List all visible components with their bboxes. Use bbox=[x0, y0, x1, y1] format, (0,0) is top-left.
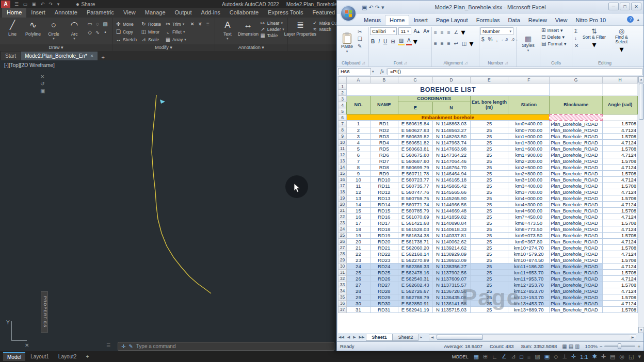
next-sheet-icon[interactable]: ▶ bbox=[351, 335, 357, 339]
cell[interactable]: km3+100.00 bbox=[508, 176, 550, 183]
row-header-18[interactable]: 18 bbox=[339, 189, 347, 195]
cell[interactable]: Plan_Borehole_ROAD bbox=[550, 306, 603, 312]
row-header-22[interactable]: 22 bbox=[339, 213, 347, 220]
cell[interactable]: km9+367.80 bbox=[508, 238, 550, 244]
hatch-icon[interactable]: ▨ bbox=[102, 21, 109, 28]
currency-icon[interactable]: $ bbox=[480, 37, 486, 43]
cell[interactable]: km2+800.00 bbox=[508, 170, 550, 176]
selection-cycling-icon[interactable]: ▣ bbox=[544, 353, 550, 360]
bold-icon[interactable]: B bbox=[370, 39, 376, 45]
cell[interactable]: 25 bbox=[470, 207, 508, 213]
excel-tab-menus[interactable]: Menus bbox=[360, 15, 385, 25]
cell[interactable]: 25 bbox=[470, 269, 508, 275]
cell[interactable]: 15 bbox=[346, 207, 370, 213]
cell[interactable]: 1.5708 bbox=[603, 121, 638, 127]
cell[interactable]: E 560699.79 bbox=[398, 164, 432, 170]
row-header-14[interactable]: 14 bbox=[339, 164, 347, 170]
row-header-28[interactable]: 28 bbox=[339, 251, 347, 257]
cell[interactable]: 4.7124 bbox=[603, 275, 638, 282]
cell[interactable]: Plan_Borehole_ROAD bbox=[550, 257, 603, 263]
cell[interactable]: 25 bbox=[470, 213, 508, 220]
command-customize-icon[interactable]: ✛ bbox=[121, 343, 125, 349]
isodraft-icon[interactable]: ⊿ bbox=[511, 353, 516, 360]
row-header-24[interactable]: 24 bbox=[339, 226, 347, 232]
header-blockname[interactable]: Blockname bbox=[550, 96, 603, 114]
cell[interactable]: 4.7124 bbox=[603, 238, 638, 244]
cell[interactable]: 25 bbox=[470, 127, 508, 133]
row-header-6[interactable]: 6 bbox=[339, 114, 347, 121]
cell[interactable]: km3+700.00 bbox=[508, 189, 550, 195]
rectangle-icon[interactable]: ▭ bbox=[86, 21, 93, 28]
cell[interactable]: 21 bbox=[346, 244, 370, 251]
cell[interactable]: N 1140898.84 bbox=[432, 220, 470, 226]
ribbon-tab-manage[interactable]: Manage bbox=[140, 8, 170, 18]
cell[interactable]: 25 bbox=[470, 306, 508, 312]
cell[interactable]: 25 bbox=[470, 244, 508, 251]
header-station[interactable]: Station bbox=[508, 96, 550, 114]
cell[interactable]: Plan_Borehole_ROAD bbox=[550, 152, 603, 158]
header-no[interactable]: NO. bbox=[346, 96, 370, 114]
row-header-37[interactable]: 37 bbox=[339, 306, 347, 312]
cell[interactable]: E 561070.69 bbox=[398, 213, 432, 220]
tool-line-button[interactable]: ╱Line bbox=[3, 19, 22, 41]
cell[interactable]: N 1146764.70 bbox=[432, 164, 470, 170]
cell[interactable]: 4.7124 bbox=[603, 288, 638, 294]
share-button[interactable]: ☻ Share bbox=[75, 2, 95, 7]
find-select-button[interactable]: ◎ Find & Select ▾ bbox=[608, 27, 634, 60]
cell[interactable]: 4 bbox=[346, 139, 370, 145]
row-header-26[interactable]: 26 bbox=[339, 238, 347, 244]
layout-tab-[interactable]: + bbox=[82, 353, 93, 360]
cell[interactable]: E 560615.84 bbox=[398, 121, 432, 127]
row-header-21[interactable]: 21 bbox=[339, 207, 347, 213]
cell[interactable]: 25 bbox=[470, 139, 508, 145]
cell[interactable]: 24 bbox=[346, 263, 370, 269]
cell[interactable]: 25 bbox=[470, 275, 508, 282]
row-header-12[interactable]: 12 bbox=[339, 152, 347, 158]
cell[interactable]: RD23 bbox=[370, 257, 398, 263]
cell[interactable]: 25 bbox=[470, 251, 508, 257]
orientation-dropdown-icon[interactable]: ▾ bbox=[461, 27, 465, 37]
cell[interactable]: RD3 bbox=[370, 133, 398, 139]
panel-label-modify[interactable]: Modify ▾ bbox=[112, 44, 215, 51]
minimize-button[interactable]: ─ bbox=[608, 3, 619, 10]
cell[interactable]: N 1141859.82 bbox=[432, 213, 470, 220]
cell[interactable]: Plan_Borehole_ROAD bbox=[550, 127, 603, 133]
wrap-text-icon[interactable]: ↩ bbox=[453, 41, 459, 47]
cell[interactable]: 25 bbox=[470, 158, 508, 164]
cell[interactable]: 4.7124 bbox=[603, 300, 638, 306]
cell[interactable]: E 560771.74 bbox=[398, 201, 432, 207]
row-header-11[interactable]: 11 bbox=[339, 145, 347, 152]
quick-properties-icon[interactable]: ▤ bbox=[610, 353, 615, 360]
cell[interactable]: RD17 bbox=[370, 220, 398, 226]
cell[interactable]: 11 bbox=[346, 183, 370, 189]
cell[interactable]: km2+200.00 bbox=[508, 158, 550, 164]
cell[interactable]: E 562366.33 bbox=[398, 263, 432, 269]
cell[interactable]: km8+773.50 bbox=[508, 226, 550, 232]
panel-label-draw[interactable]: Draw ▾ bbox=[0, 44, 112, 51]
cell[interactable]: 25 bbox=[470, 232, 508, 238]
first-sheet-icon[interactable]: ◀◀ bbox=[337, 335, 346, 339]
excel-quick-access-toolbar[interactable]: ▣ ↶ ↷ ▾ bbox=[362, 4, 384, 11]
sheet-tab-sheet2[interactable]: Sheet2 bbox=[393, 334, 419, 341]
isolate-objects-icon[interactable]: ◎ bbox=[619, 353, 624, 360]
cell[interactable]: 25 bbox=[470, 288, 508, 294]
cell[interactable]: 25 bbox=[470, 145, 508, 152]
cell[interactable]: Plan_Borehole_ROAD bbox=[550, 213, 603, 220]
cell[interactable] bbox=[603, 114, 638, 121]
cell[interactable]: RD10 bbox=[370, 176, 398, 183]
borders-icon[interactable]: ⊞ bbox=[390, 39, 396, 45]
shrink-font-icon[interactable]: A▾ bbox=[422, 28, 430, 35]
lineweight-icon[interactable]: ≡ bbox=[527, 354, 530, 360]
pattern-cell[interactable] bbox=[550, 114, 603, 121]
cell[interactable]: RD2 bbox=[370, 127, 398, 133]
cell[interactable]: km4+300.00 bbox=[508, 201, 550, 207]
cell[interactable]: RD20 bbox=[370, 238, 398, 244]
sheet-tab-sheet1[interactable]: Sheet1 bbox=[366, 334, 393, 341]
row-header-8[interactable]: 8 bbox=[339, 127, 347, 133]
prev-sheet-icon[interactable]: ◀ bbox=[346, 335, 351, 339]
grid-icon[interactable]: ▦ bbox=[474, 353, 479, 360]
cell[interactable]: E 562270.99 bbox=[398, 257, 432, 263]
font-color-dropdown-icon[interactable]: ▾ bbox=[413, 37, 417, 46]
cell[interactable]: RD11 bbox=[370, 183, 398, 189]
cell[interactable]: 22 bbox=[346, 251, 370, 257]
